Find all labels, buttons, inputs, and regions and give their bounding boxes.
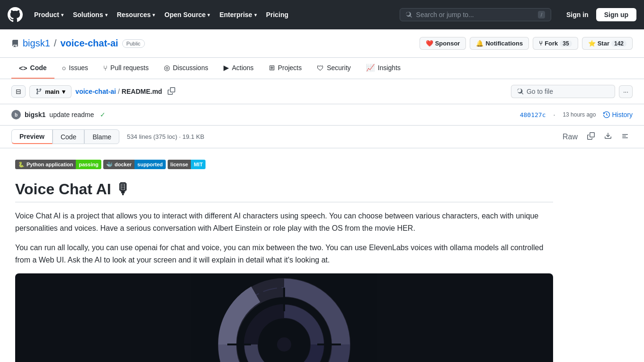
- repo-tabs: <> Code ○ Issues ⑂ Pull requests ◎ Discu…: [0, 58, 644, 79]
- repo-icon: [11, 40, 19, 47]
- breadcrumb-separator: /: [118, 88, 120, 95]
- sponsor-button[interactable]: ❤️ Sponsor: [420, 37, 466, 50]
- pr-tab-icon: ⑂: [103, 64, 107, 72]
- badge-row: 🐍 Python application passing 🐳 docker su…: [15, 160, 553, 169]
- readme-paragraph-2: You can run all locally, you can use ope…: [15, 242, 553, 266]
- readme-content: 🐍 Python application passing 🐳 docker su…: [0, 148, 568, 362]
- sidebar-icon: ⊟: [16, 88, 21, 95]
- fork-icon: ⑂: [539, 40, 543, 47]
- docker-badge-value: supported: [134, 160, 166, 169]
- docker-badge[interactable]: 🐳 docker supported: [103, 160, 166, 169]
- search-icon: [406, 11, 412, 18]
- lines-icon: [621, 132, 629, 140]
- tab-discussions[interactable]: ◎ Discussions: [156, 58, 216, 79]
- open-source-chevron-icon: ▾: [207, 12, 210, 18]
- repo-title: bigsk1 / voice-chat-ai Public: [11, 38, 145, 49]
- file-breadcrumb: voice-chat-ai / README.md: [75, 88, 162, 95]
- tab-actions[interactable]: ▶ Actions: [216, 58, 261, 79]
- docker-icon: 🐳: [106, 162, 113, 168]
- github-logo[interactable]: [8, 7, 23, 22]
- commit-hash-sep: ·: [553, 111, 555, 118]
- tab-code[interactable]: <> Code: [11, 58, 54, 79]
- star-icon: ⭐: [588, 40, 596, 47]
- auth-buttons: Sign in Sign up: [563, 8, 636, 21]
- repo-name-link[interactable]: voice-chat-ai: [60, 38, 118, 49]
- lines-button[interactable]: [617, 130, 633, 144]
- copy-path-button[interactable]: [166, 85, 177, 98]
- docker-badge-img: 🐳 docker supported: [103, 160, 166, 169]
- discussions-tab-icon: ◎: [164, 63, 170, 72]
- search-input[interactable]: [416, 11, 534, 18]
- repo-action-buttons: ❤️ Sponsor 🔔 Notifications ⑂ Fork 35 ⭐ S…: [420, 37, 633, 50]
- readme-title: Voice Chat AI 🎙: [15, 181, 553, 202]
- goto-file-button[interactable]: Go to file: [511, 85, 615, 98]
- python-badge-value: passing: [76, 160, 101, 169]
- commit-time: 13 hours ago: [563, 111, 596, 118]
- tab-projects[interactable]: ⊞ Projects: [261, 58, 310, 79]
- nav-open-source[interactable]: Open Source ▾: [161, 8, 214, 21]
- repo-separator: /: [54, 38, 57, 49]
- product-chevron-icon: ▾: [61, 12, 63, 18]
- star-count: 142: [611, 40, 626, 47]
- file-search-area: Go to file ···: [511, 85, 633, 98]
- nav-pricing[interactable]: Pricing: [262, 8, 292, 21]
- security-tab-icon: 🛡: [317, 64, 324, 72]
- more-options-button[interactable]: ···: [619, 85, 633, 98]
- license-badge[interactable]: license MIT: [168, 160, 206, 169]
- commit-message: update readme: [49, 111, 94, 118]
- readme-paragraph-1: Voice Chat AI is a project that allows y…: [15, 210, 553, 234]
- commit-bar: b bigsk1 update readme ✓ 480127c · 13 ho…: [0, 104, 644, 126]
- view-tab-group: Preview Code Blame: [11, 129, 119, 144]
- svg-point-4: [277, 337, 291, 352]
- preview-tab[interactable]: Preview: [11, 129, 53, 144]
- nav-solutions[interactable]: Solutions ▾: [69, 8, 111, 21]
- nav-resources[interactable]: Resources ▾: [113, 8, 159, 21]
- tab-insights[interactable]: 📈 Insights: [358, 58, 408, 79]
- copy-content-icon: [587, 132, 595, 140]
- commit-author[interactable]: bigsk1: [25, 111, 45, 118]
- branch-name: main: [45, 88, 59, 95]
- file-nav-bar: ⊟ main ▾ voice-chat-ai / README.md Go to…: [0, 79, 644, 104]
- tab-security[interactable]: 🛡 Security: [309, 58, 358, 79]
- heart-icon: ❤️: [426, 40, 433, 47]
- solutions-chevron-icon: ▾: [105, 12, 107, 18]
- repo-header: bigsk1 / voice-chat-ai Public ❤️ Sponsor…: [0, 29, 644, 58]
- repo-owner-link[interactable]: bigsk1: [23, 38, 50, 49]
- tab-issues[interactable]: ○ Issues: [54, 58, 96, 79]
- resources-chevron-icon: ▾: [152, 12, 155, 18]
- view-tabs-bar: Preview Code Blame 534 lines (375 loc) ·…: [0, 126, 644, 148]
- license-badge-value: MIT: [191, 160, 206, 169]
- blame-tab[interactable]: Blame: [84, 129, 119, 144]
- decorative-svg: [142, 278, 426, 362]
- python-badge-img: 🐍 Python application passing: [15, 160, 101, 169]
- history-button[interactable]: History: [603, 111, 633, 118]
- search-box[interactable]: /: [400, 8, 551, 21]
- raw-button[interactable]: Raw: [559, 131, 581, 143]
- commit-meta: 480127c · 13 hours ago History: [520, 111, 633, 118]
- history-icon: [603, 111, 610, 118]
- enterprise-chevron-icon: ▾: [254, 12, 257, 18]
- fork-button[interactable]: ⑂ Fork 35: [533, 37, 578, 50]
- branch-selector[interactable]: main ▾: [29, 85, 72, 98]
- nav-product[interactable]: Product ▾: [30, 8, 67, 21]
- visibility-badge: Public: [122, 39, 145, 48]
- sign-in-button[interactable]: Sign in: [563, 9, 592, 21]
- python-badge[interactable]: 🐍 Python application passing: [15, 160, 101, 169]
- commit-hash[interactable]: 480127c: [520, 111, 546, 118]
- top-nav: Product ▾ Solutions ▾ Resources ▾ Open S…: [0, 0, 644, 29]
- breadcrumb-filename: README.md: [122, 88, 162, 95]
- projects-tab-icon: ⊞: [269, 63, 275, 72]
- code-tab[interactable]: Code: [53, 129, 84, 144]
- file-action-buttons: Raw: [559, 130, 633, 144]
- readme-image: [15, 273, 553, 362]
- download-button[interactable]: [600, 130, 616, 144]
- star-button[interactable]: ⭐ Star 142: [582, 37, 633, 50]
- sign-up-button[interactable]: Sign up: [596, 8, 636, 21]
- tab-pull-requests[interactable]: ⑂ Pull requests: [96, 58, 156, 79]
- copy-file-button[interactable]: [583, 130, 599, 144]
- breadcrumb-repo-link[interactable]: voice-chat-ai: [75, 88, 116, 95]
- notifications-button[interactable]: 🔔 Notifications: [470, 37, 529, 50]
- sidebar-toggle[interactable]: ⊟: [11, 85, 26, 98]
- search-kbd: /: [538, 11, 545, 18]
- nav-enterprise[interactable]: Enterprise ▾: [215, 8, 260, 21]
